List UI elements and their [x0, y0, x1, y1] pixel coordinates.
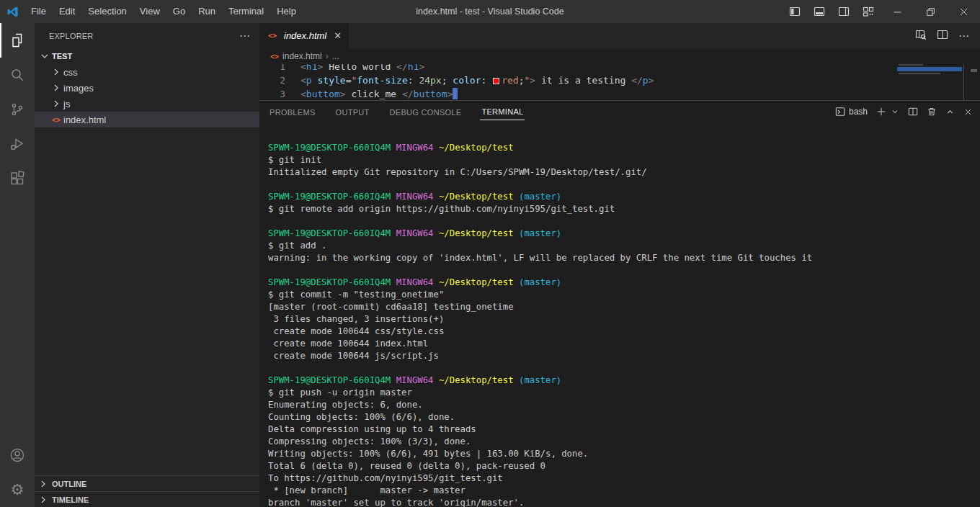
maximize-panel-icon[interactable]	[945, 107, 955, 117]
tree-item-label: TEST	[52, 52, 72, 60]
account-icon[interactable]	[0, 438, 35, 472]
editor-more-actions-icon[interactable]: ⋯	[958, 32, 970, 40]
terminal-line: warning: in the working copy of 'index.h…	[268, 252, 980, 264]
tree-item-css[interactable]: css	[35, 64, 259, 80]
code-line-1[interactable]: 1<h1> Hello world </h1>	[259, 64, 980, 73]
terminal-shell-badge[interactable]: bash	[835, 107, 868, 117]
search-icon[interactable]	[0, 58, 35, 92]
menu-view[interactable]: View	[133, 0, 166, 23]
line-number: 3	[259, 87, 285, 100]
tree-item-index-html[interactable]: <>index.html	[35, 112, 259, 127]
sidebar-bottom-sections: OUTLINETIMELINE	[35, 475, 259, 507]
tab-index-html[interactable]: <> index.html ✕	[259, 23, 349, 48]
terminal-line: $ git push -u origin master	[268, 387, 980, 399]
menu-terminal[interactable]: Terminal	[222, 0, 270, 23]
panel-tab-terminal[interactable]: TERMINAL	[480, 103, 525, 120]
minimize-icon[interactable]	[881, 0, 914, 23]
breadcrumb[interactable]: <> index.html › ...	[259, 48, 980, 64]
terminal-line: create mode 100644 index.html	[268, 338, 980, 350]
panel-tab-bar: PROBLEMSOUTPUTDEBUG CONSOLETERMINAL bash	[259, 101, 980, 122]
tab-close-icon[interactable]: ✕	[334, 30, 342, 41]
editor-tab-bar: <> index.html ✕ ⋯	[259, 23, 980, 48]
html-file-icon: <>	[50, 116, 62, 124]
restore-icon[interactable]	[914, 0, 947, 23]
titlebar-controls	[783, 0, 980, 23]
chevron-down-icon[interactable]	[891, 107, 899, 116]
section-label: TIMELINE	[52, 495, 89, 504]
tree-item-images[interactable]: images	[35, 80, 259, 96]
terminal-line	[268, 215, 980, 228]
explorer-header: EXPLORER ⋯	[35, 23, 259, 48]
layout-sidebar-right-icon[interactable]	[832, 0, 856, 23]
terminal-line: Initialized empty Git repository in C:/U…	[268, 166, 980, 179]
panel-tab-debug-console[interactable]: DEBUG CONSOLE	[388, 104, 463, 120]
terminal-line: $ git remote add origin https://github.c…	[268, 203, 980, 215]
terminal-line: [master (root-commit) cd6aa18] testing_o…	[268, 301, 980, 313]
activity-bar-top	[0, 23, 35, 438]
explorer-icon[interactable]	[0, 23, 35, 58]
settings-icon[interactable]: ⚙	[0, 472, 35, 507]
customize-layout-icon[interactable]	[856, 0, 881, 23]
menu-run[interactable]: Run	[192, 0, 222, 23]
menu-edit[interactable]: Edit	[53, 0, 81, 23]
code-line-3[interactable]: 3<buttom> click_me </buttom>	[259, 87, 980, 100]
tree-item-label: images	[63, 83, 94, 94]
close-icon[interactable]	[947, 0, 980, 23]
minimap[interactable]	[897, 64, 963, 100]
explorer-title: EXPLORER	[49, 32, 94, 40]
code-line-2[interactable]: 2<p style="font-size: 24px; color: red;"…	[259, 73, 980, 87]
terminal-line	[268, 179, 980, 191]
code-editor[interactable]: 1<h1> Hello world </h1>2<p style="font-s…	[259, 64, 980, 100]
terminal-line: $ git init	[268, 154, 980, 166]
tree-item-label: index.html	[63, 115, 106, 125]
editor-group: <> index.html ✕ ⋯ <> index.html	[259, 23, 980, 507]
layout-panel-icon[interactable]	[807, 0, 832, 23]
run-debug-icon[interactable]	[0, 127, 35, 161]
menu-help[interactable]: Help	[270, 0, 303, 23]
terminal-output[interactable]: SPWM-19@DESKTOP-660IQ4M MINGW64 ~/Deskto…	[259, 122, 980, 507]
tree-item-test[interactable]: TEST	[35, 48, 259, 64]
terminal-line: create mode 100644 css/style.css	[268, 326, 980, 338]
panel-tab-output[interactable]: OUTPUT	[334, 104, 371, 120]
section-timeline[interactable]: TIMELINE	[35, 491, 259, 507]
split-terminal-icon[interactable]	[908, 107, 918, 117]
extensions-icon[interactable]	[0, 161, 35, 196]
terminal-shell-label: bash	[849, 107, 868, 117]
tab-label: index.html	[284, 30, 326, 41]
breadcrumb-more[interactable]: ...	[332, 51, 339, 61]
minimap-highlight	[897, 67, 962, 71]
vscode-logo-icon[interactable]	[0, 6, 24, 18]
chevron-right-icon	[50, 84, 62, 91]
menu-go[interactable]: Go	[166, 0, 192, 23]
terminal-line: branch 'master' set up to track 'origin/…	[268, 497, 980, 507]
workbench: ⚙ EXPLORER ⋯ TESTcssimagesjs<>index.html…	[0, 23, 980, 507]
layout-sidebar-left-icon[interactable]	[783, 0, 807, 23]
tree-item-js[interactable]: js	[35, 96, 259, 112]
activity-bar: ⚙	[0, 23, 35, 507]
tree-item-label: js	[63, 99, 70, 109]
kill-terminal-icon[interactable]	[927, 107, 937, 117]
terminal-line: SPWM-19@DESKTOP-660IQ4M MINGW64 ~/Deskto…	[268, 228, 980, 240]
terminal-line: Total 6 (delta 0), reused 0 (delta 0), p…	[268, 460, 980, 472]
breadcrumb-file[interactable]: index.html	[282, 51, 322, 61]
menu-file[interactable]: File	[24, 0, 53, 23]
new-terminal-icon[interactable]	[876, 107, 886, 117]
chevron-right-icon	[37, 480, 49, 488]
terminal-line: create mode 100644 js/script.js	[268, 350, 980, 362]
panel-tab-problems[interactable]: PROBLEMS	[268, 104, 317, 120]
menu-selection[interactable]: Selection	[81, 0, 133, 23]
color-swatch-red[interactable]	[493, 78, 499, 84]
open-preview-icon[interactable]	[915, 29, 927, 43]
text-cursor	[453, 88, 458, 99]
terminal-line: SPWM-19@DESKTOP-660IQ4M MINGW64 ~/Deskto…	[268, 277, 980, 289]
source-control-icon[interactable]	[0, 92, 35, 127]
explorer-more-actions-icon[interactable]: ⋯	[239, 32, 251, 40]
line-number: 1	[259, 64, 285, 73]
file-tree: TESTcssimagesjs<>index.html	[35, 48, 259, 127]
section-outline[interactable]: OUTLINE	[35, 475, 259, 491]
close-panel-icon[interactable]	[963, 107, 973, 117]
chevron-right-icon	[50, 68, 62, 76]
chevron-down-icon	[39, 53, 50, 59]
split-editor-icon[interactable]	[937, 29, 948, 43]
terminal-line: SPWM-19@DESKTOP-660IQ4M MINGW64 ~/Deskto…	[268, 142, 980, 154]
